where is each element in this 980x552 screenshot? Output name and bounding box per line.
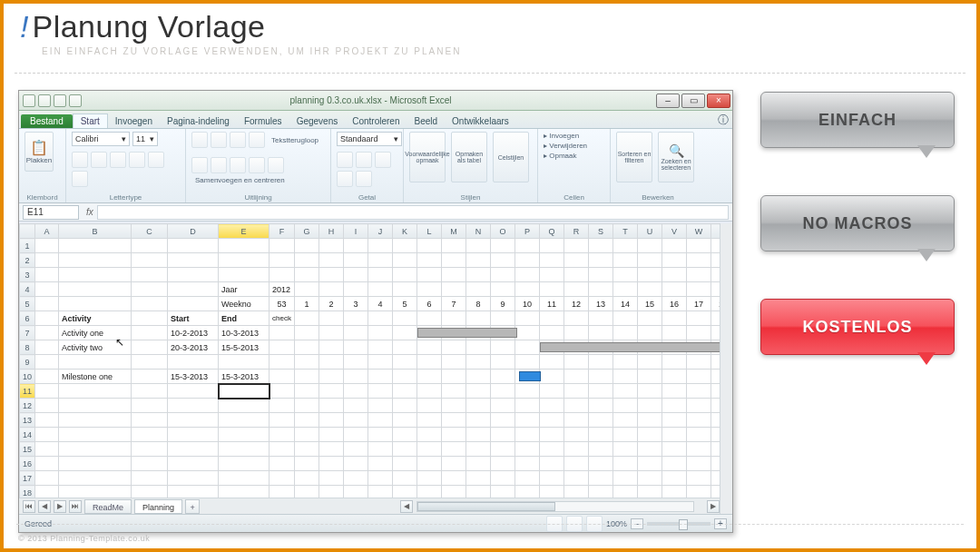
cell-K14[interactable] bbox=[392, 428, 416, 442]
cell-D16[interactable] bbox=[168, 457, 219, 471]
align-bot-button[interactable] bbox=[230, 132, 246, 148]
cell-I6[interactable] bbox=[343, 311, 368, 326]
cell-M11[interactable] bbox=[441, 384, 466, 399]
col-header-K[interactable]: K bbox=[392, 224, 416, 239]
cell-R7[interactable] bbox=[564, 326, 588, 340]
cell-J9[interactable] bbox=[368, 355, 392, 370]
cell-O10[interactable] bbox=[490, 370, 514, 384]
cell-D8[interactable]: 20-3-2013 bbox=[168, 340, 219, 355]
cell-C4[interactable] bbox=[132, 282, 168, 297]
cell-O6[interactable] bbox=[490, 311, 514, 326]
cell-W6[interactable] bbox=[686, 311, 710, 326]
cell-E6[interactable]: End bbox=[219, 311, 270, 326]
row-header-11[interactable]: 11 bbox=[20, 384, 35, 399]
cell-S17[interactable] bbox=[588, 471, 612, 486]
cell-F11[interactable] bbox=[270, 384, 295, 399]
cell-P5[interactable]: 10 bbox=[514, 297, 539, 311]
font-name-select[interactable]: Calibri▾ bbox=[72, 132, 130, 146]
cell-V13[interactable] bbox=[662, 413, 686, 428]
cell-N13[interactable] bbox=[466, 413, 490, 428]
sheet-nav-next[interactable]: ▶ bbox=[54, 500, 66, 513]
dec-dec-button[interactable] bbox=[356, 171, 372, 187]
cell-T17[interactable] bbox=[612, 471, 637, 486]
dec-inc-button[interactable] bbox=[337, 171, 353, 187]
cell-C8[interactable] bbox=[132, 340, 168, 355]
cell-N3[interactable] bbox=[466, 268, 490, 282]
window-maximize-button[interactable]: ▭ bbox=[681, 94, 705, 108]
cell-L9[interactable] bbox=[416, 355, 441, 370]
cell-B6[interactable]: Activity bbox=[59, 311, 132, 326]
cell-F4[interactable]: 2012 bbox=[270, 282, 295, 297]
cell-H9[interactable] bbox=[318, 355, 343, 370]
sheet-tab-new[interactable]: + bbox=[185, 499, 200, 514]
cell-R1[interactable] bbox=[564, 239, 588, 253]
font-size-select[interactable]: 11▾ bbox=[132, 132, 158, 146]
cell-C5[interactable] bbox=[132, 297, 168, 311]
promo-easy-button[interactable]: EINFACH bbox=[760, 92, 955, 148]
ribbon-help-icon[interactable]: ⓘ bbox=[718, 113, 729, 128]
cell-P11[interactable] bbox=[514, 384, 539, 399]
cell-Q1[interactable] bbox=[539, 239, 564, 253]
cell-P13[interactable] bbox=[514, 413, 539, 428]
cell-G15[interactable] bbox=[294, 442, 318, 457]
cell-L5[interactable]: 6 bbox=[416, 297, 441, 311]
cell-L3[interactable] bbox=[416, 268, 441, 282]
cell-S4[interactable] bbox=[588, 282, 612, 297]
cell-P12[interactable] bbox=[514, 399, 539, 413]
cell-M1[interactable] bbox=[441, 239, 466, 253]
row-header-10[interactable]: 10 bbox=[20, 370, 35, 384]
cell-D10[interactable]: 15-3-2013 bbox=[168, 370, 219, 384]
cell-V3[interactable] bbox=[662, 268, 686, 282]
cell-W4[interactable] bbox=[686, 282, 710, 297]
cell-W10[interactable] bbox=[686, 370, 710, 384]
cell-G4[interactable] bbox=[294, 282, 318, 297]
cell-M14[interactable] bbox=[441, 428, 466, 442]
cell-N8[interactable] bbox=[466, 340, 490, 355]
cell-A16[interactable] bbox=[35, 457, 59, 471]
currency-button[interactable] bbox=[337, 152, 353, 168]
cell-G5[interactable]: 1 bbox=[294, 297, 318, 311]
cell-H3[interactable] bbox=[318, 268, 343, 282]
cell-T1[interactable] bbox=[612, 239, 637, 253]
percent-button[interactable] bbox=[356, 152, 372, 168]
cell-I16[interactable] bbox=[343, 457, 368, 471]
cell-T5[interactable]: 14 bbox=[612, 297, 637, 311]
cell-U13[interactable] bbox=[637, 413, 662, 428]
cell-H5[interactable]: 2 bbox=[318, 297, 343, 311]
cell-B7[interactable]: Activity one bbox=[59, 326, 132, 340]
cell-U4[interactable] bbox=[637, 282, 662, 297]
cell-R4[interactable] bbox=[564, 282, 588, 297]
cell-V9[interactable] bbox=[662, 355, 686, 370]
cell-L7[interactable] bbox=[416, 326, 441, 340]
cell-O11[interactable] bbox=[490, 384, 514, 399]
cell-J6[interactable] bbox=[368, 311, 392, 326]
cell-N5[interactable]: 8 bbox=[466, 297, 490, 311]
cell-V6[interactable] bbox=[662, 311, 686, 326]
row-header-14[interactable]: 14 bbox=[20, 428, 35, 442]
col-header-Q[interactable]: Q bbox=[539, 224, 564, 239]
cell-T4[interactable] bbox=[612, 282, 637, 297]
cell-F2[interactable] bbox=[270, 253, 295, 268]
cell-I9[interactable] bbox=[343, 355, 368, 370]
cell-H4[interactable] bbox=[318, 282, 343, 297]
cell-U7[interactable] bbox=[637, 326, 662, 340]
cell-W9[interactable] bbox=[686, 355, 710, 370]
cell-E7[interactable]: 10-3-2013 bbox=[219, 326, 270, 340]
ribbon-tab-formules[interactable]: Formules bbox=[237, 114, 289, 128]
cell-C2[interactable] bbox=[132, 253, 168, 268]
cell-O12[interactable] bbox=[490, 399, 514, 413]
cell-N14[interactable] bbox=[466, 428, 490, 442]
cell-I10[interactable] bbox=[343, 370, 368, 384]
sheet-nav-last[interactable]: ⏭ bbox=[69, 500, 82, 513]
cell-K16[interactable] bbox=[392, 457, 416, 471]
cell-K10[interactable] bbox=[392, 370, 416, 384]
promo-free-button[interactable]: KOSTENLOS bbox=[760, 299, 955, 355]
cell-H16[interactable] bbox=[318, 457, 343, 471]
cell-K3[interactable] bbox=[392, 268, 416, 282]
cell-W7[interactable] bbox=[686, 326, 710, 340]
paste-button[interactable]: 📋 Plakken bbox=[24, 132, 54, 172]
cell-V7[interactable] bbox=[662, 326, 686, 340]
cell-R9[interactable] bbox=[564, 355, 588, 370]
cell-H8[interactable] bbox=[318, 340, 343, 355]
cell-P7[interactable] bbox=[514, 326, 539, 340]
